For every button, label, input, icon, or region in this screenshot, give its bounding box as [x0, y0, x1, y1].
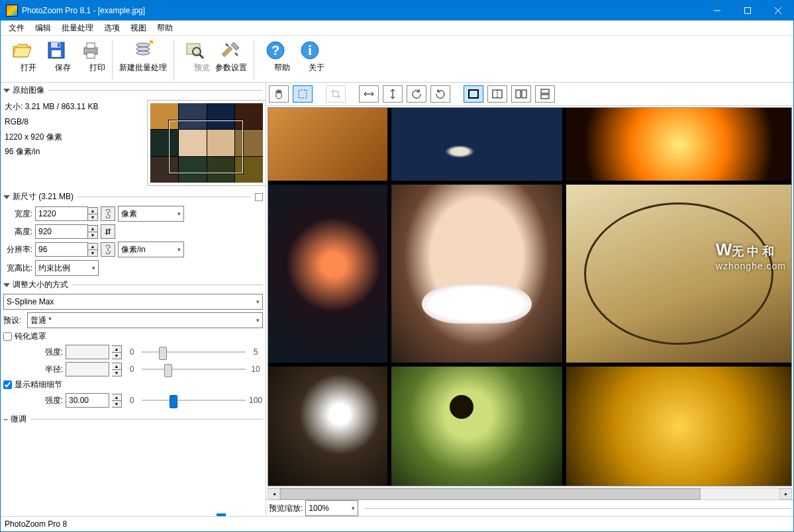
menu-view[interactable]: 视图 [125, 21, 152, 35]
svg-line-13 [199, 54, 203, 58]
unsharp-radius-spinner[interactable]: ▲▼ [112, 363, 122, 377]
zoom-select[interactable]: 100%▾ [305, 500, 358, 516]
watermark: W无 中 和 wzhonghe.com [716, 240, 786, 272]
collapse-icon [3, 89, 10, 93]
finedetail-checkbox[interactable] [3, 380, 12, 389]
height-input[interactable] [35, 224, 88, 239]
flip-v-button[interactable] [383, 85, 403, 103]
svg-rect-22 [516, 90, 521, 98]
res-unit-select[interactable]: 像素/in▾ [118, 242, 184, 257]
settings-panel: 原始图像 大小: 3.21 MB / 863.11 KB RGB/8 1220 … [1, 83, 266, 516]
menu-help[interactable]: 帮助 [152, 21, 178, 35]
svg-rect-24 [541, 89, 549, 93]
svg-rect-19 [469, 90, 478, 98]
svg-point-10 [136, 51, 150, 55]
svg-point-8 [136, 43, 150, 47]
aspect-select[interactable]: 约束比例▾ [35, 260, 99, 276]
save-button[interactable]: 保存 [39, 38, 74, 75]
svg-rect-7 [87, 53, 95, 58]
crop-tool-button[interactable] [326, 85, 346, 103]
swap-wh-button[interactable] [101, 224, 115, 239]
finedetail-strength-spinner[interactable]: ▲▼ [112, 394, 122, 408]
view-toolbar [266, 83, 793, 106]
zoom-label: 预览缩放: [269, 503, 303, 514]
finedetail-strength-input[interactable] [66, 393, 109, 408]
link-res-button[interactable] [101, 242, 115, 257]
magnifier-icon [185, 40, 206, 61]
view-split-v-button[interactable] [487, 85, 507, 103]
collapse-icon [3, 283, 10, 287]
folder-open-icon [11, 40, 32, 61]
res-input[interactable] [35, 242, 88, 257]
height-spinner[interactable]: ▲▼ [88, 225, 98, 239]
app-icon [6, 5, 18, 17]
res-spinner[interactable]: ▲▼ [88, 243, 98, 257]
section-settings-icon[interactable] [255, 193, 263, 201]
section-finetune[interactable]: − 微调 [1, 412, 266, 427]
floppy-icon [46, 40, 67, 61]
view-single-button[interactable] [464, 85, 483, 103]
view-stack-button[interactable] [535, 85, 555, 103]
flip-h-button[interactable] [359, 85, 379, 103]
svg-rect-18 [299, 90, 307, 98]
rotate-cw-button[interactable] [430, 85, 450, 103]
print-button[interactable]: 打印 [74, 38, 108, 75]
menu-batch[interactable]: 批量处理 [56, 21, 99, 35]
status-bar: PhotoZoom Pro 8 [1, 516, 793, 531]
thumbnail-navigator[interactable] [148, 101, 266, 185]
marquee-tool-button[interactable] [293, 85, 313, 103]
unsharp-strength-input[interactable] [66, 345, 109, 359]
orig-res: 96 像素/in [5, 144, 144, 159]
view-side-button[interactable] [511, 85, 531, 103]
svg-rect-25 [541, 95, 549, 99]
rotate-ccw-button[interactable] [407, 85, 426, 103]
main-toolbar: 打开 保存 打印 新建批量处理 预览 [1, 36, 793, 83]
finedetail-strength-slider[interactable] [142, 394, 246, 407]
svg-text:i: i [308, 43, 312, 58]
section-original[interactable]: 原始图像 [1, 83, 266, 98]
orig-size: 大小: 3.21 MB / 863.11 KB [5, 99, 144, 114]
width-spinner[interactable]: ▲▼ [88, 207, 98, 221]
width-input[interactable] [35, 206, 88, 221]
unsharp-strength-slider[interactable] [142, 345, 246, 359]
maximize-button[interactable] [732, 1, 763, 21]
tools-icon [221, 40, 242, 61]
about-button[interactable]: i 关于 [293, 38, 327, 75]
unsharp-strength-spinner[interactable]: ▲▼ [112, 345, 122, 359]
horizontal-scrollbar[interactable]: ◂▸ [268, 488, 792, 500]
unsharp-checkbox[interactable] [3, 332, 12, 341]
finedetail-label: 显示精细细节 [15, 379, 62, 390]
svg-text:?: ? [272, 43, 279, 58]
link-wh-button[interactable] [101, 206, 115, 221]
printer-icon [80, 40, 101, 61]
orig-dims: 1220 x 920 像素 [5, 130, 144, 145]
section-method[interactable]: 调整大小的方式 [1, 277, 266, 292]
hand-tool-button[interactable] [269, 85, 289, 103]
aspect-label: 宽高比: [3, 263, 32, 274]
menu-file[interactable]: 文件 [3, 21, 30, 35]
minimize-button[interactable] [702, 1, 732, 21]
height-label: 高度: [3, 226, 32, 238]
new-batch-button[interactable]: 新建批量处理 [117, 38, 170, 75]
svg-rect-6 [87, 43, 95, 48]
unsharp-radius-input[interactable] [66, 362, 109, 377]
svg-rect-3 [52, 50, 61, 57]
settings-button[interactable]: 参数设置 [213, 38, 250, 75]
width-unit-select[interactable]: 像素▾ [118, 206, 184, 222]
open-button[interactable]: 打开 [5, 38, 39, 75]
preset-select[interactable]: 普通 *▾ [27, 312, 263, 328]
menu-options[interactable]: 选项 [99, 21, 125, 35]
batch-icon [132, 40, 154, 61]
width-label: 宽度: [3, 208, 32, 220]
help-button[interactable]: ? 帮助 [258, 38, 293, 75]
preview-button[interactable]: 预览 [178, 38, 213, 75]
zoom-bar: 预览缩放: 100%▾ [266, 500, 793, 516]
preview-pane: W无 中 和 wzhonghe.com ◂▸ 预览缩放: 100%▾ [266, 83, 793, 516]
close-button[interactable] [763, 1, 793, 21]
section-newsize[interactable]: 新尺寸 (3.21 MB) [1, 189, 266, 204]
preview-canvas[interactable]: W无 中 和 wzhonghe.com [268, 107, 792, 486]
unsharp-radius-slider[interactable] [142, 363, 246, 376]
algorithm-select[interactable]: S-Spline Max▾ [3, 294, 263, 310]
title-bar: PhotoZoom Pro 8.1 - [example.jpg] [1, 1, 793, 21]
menu-edit[interactable]: 编辑 [30, 21, 56, 35]
